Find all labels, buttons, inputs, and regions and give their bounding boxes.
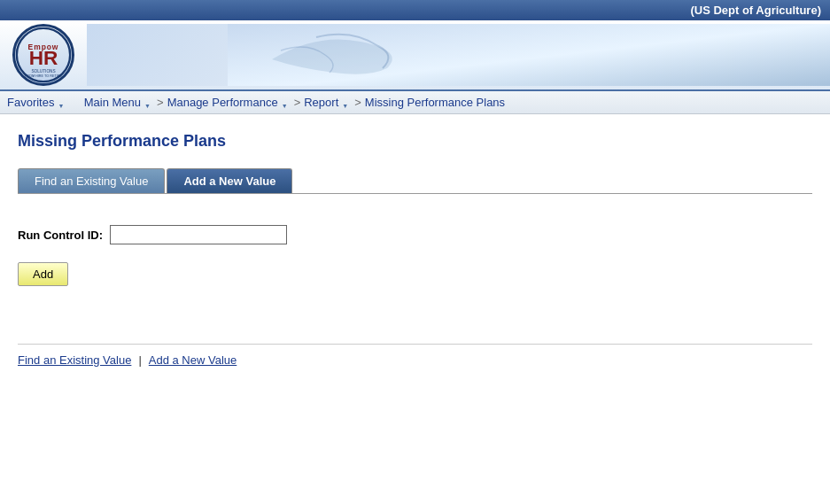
run-control-row: Run Control ID: [18,225,812,244]
nav-favorites-dropdown-icon[interactable] [58,98,66,107]
nav-bar: Favorites Main Menu > Manage Performance… [0,91,830,114]
nav-favorites[interactable]: Favorites [7,96,54,109]
footer-links: Find an Existing Value | Add a New Value [18,344,812,367]
tabs-container: Find an Existing Value Add a New Value [18,168,812,194]
logo-svg: Empow HR SOLUTIONS FROM HIRE TO RETIRE [13,27,74,83]
header-banner [87,24,830,86]
nav-manage-dropdown-icon[interactable] [282,98,291,107]
header-eagle-svg [228,24,830,86]
nav-sep-3: > [294,96,301,109]
form-section: Run Control ID: Add [18,212,812,299]
footer-add-new-link[interactable]: Add a New Value [149,353,237,367]
nav-mainmenu-dropdown-icon[interactable] [144,98,153,107]
nav-sep-2: > [157,96,164,109]
run-control-label: Run Control ID: [18,229,103,242]
logo-area: Empow HR SOLUTIONS FROM HIRE TO RETIRE [0,19,87,91]
page-content: Missing Performance Plans Find an Existi… [0,114,830,384]
nav-missing-plans: Missing Performance Plans [365,96,505,109]
svg-text:HR: HR [29,47,58,69]
org-header-bar: (US Dept of Agriculture) [0,0,830,20]
footer-separator: | [138,353,141,367]
logo-circle: Empow HR SOLUTIONS FROM HIRE TO RETIRE [12,24,74,86]
page-title: Missing Performance Plans [18,132,812,151]
nav-report-dropdown-icon[interactable] [342,98,351,107]
header-main: Empow HR SOLUTIONS FROM HIRE TO RETIRE [0,20,830,91]
nav-manage-performance[interactable]: Manage Performance [167,96,278,109]
run-control-input[interactable] [110,225,287,244]
tab-find-existing[interactable]: Find an Existing Value [18,168,165,193]
nav-sep-4: > [354,96,361,109]
footer-find-existing-link[interactable]: Find an Existing Value [18,353,131,367]
nav-main-menu[interactable]: Main Menu [84,96,141,109]
tab-add-new[interactable]: Add a New Value [167,168,292,193]
add-button[interactable]: Add [18,262,68,286]
nav-sep-1 [77,96,81,109]
svg-text:FROM HIRE TO RETIRE: FROM HIRE TO RETIRE [25,74,62,78]
nav-report[interactable]: Report [304,96,338,109]
svg-text:SOLUTIONS: SOLUTIONS [31,69,55,74]
org-name: (US Dept of Agriculture) [690,4,821,17]
